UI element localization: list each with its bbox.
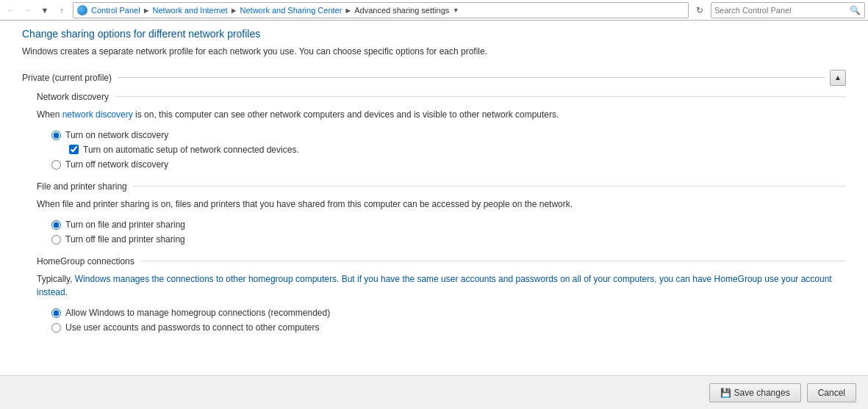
- homegroup-radio-group: Allow Windows to manage homegroup connec…: [51, 308, 846, 333]
- search-button[interactable]: 🔍: [848, 4, 861, 17]
- page-title: Change sharing options for different net…: [22, 28, 846, 40]
- nd-on-option[interactable]: Turn on network discovery: [51, 130, 846, 140]
- network-discovery-radio-group: Turn on network discovery Turn on automa…: [51, 130, 846, 170]
- search-box: 🔍: [711, 2, 865, 18]
- private-profile-collapse-btn[interactable]: ▲: [830, 70, 846, 86]
- nd-off-label: Turn off network discovery: [65, 159, 168, 170]
- fps-off-option[interactable]: Turn off file and printer sharing: [51, 234, 846, 245]
- homegroup-connections-section: HomeGroup connections Typically, Windows…: [37, 256, 846, 333]
- breadcrumb-dropdown-btn[interactable]: ▼: [449, 2, 462, 18]
- homegroup-connections-title: HomeGroup connections: [37, 256, 134, 267]
- up-button[interactable]: ↑: [54, 2, 70, 18]
- forward-button[interactable]: →: [20, 2, 36, 18]
- homegroup-connections-header: HomeGroup connections: [37, 256, 846, 267]
- network-discovery-description: When network discovery is on, this compu…: [37, 108, 846, 121]
- back-button[interactable]: ←: [3, 2, 19, 18]
- fps-on-label: Turn on file and printer sharing: [65, 220, 185, 230]
- network-discovery-line: [115, 96, 846, 97]
- breadcrumb-sep-2: ►: [230, 6, 238, 15]
- globe-icon: [77, 5, 87, 15]
- fps-on-radio[interactable]: [51, 220, 61, 230]
- file-printer-radio-group: Turn on file and printer sharing Turn of…: [51, 220, 846, 245]
- nd-on-radio[interactable]: [51, 131, 61, 140]
- file-printer-sharing-header: File and printer sharing: [37, 181, 846, 192]
- fps-off-label: Turn off file and printer sharing: [65, 234, 185, 245]
- hg-windows-option[interactable]: Allow Windows to manage homegroup connec…: [51, 308, 846, 318]
- private-profile-title: Private (current profile): [22, 73, 112, 83]
- fps-on-option[interactable]: Turn on file and printer sharing: [51, 220, 846, 230]
- main-area: Change sharing options for different net…: [0, 21, 868, 375]
- breadcrumb-control-panel[interactable]: Control Panel: [91, 6, 140, 15]
- hg-windows-label: Allow Windows to manage homegroup connec…: [65, 308, 330, 318]
- recent-button[interactable]: ▼: [37, 2, 53, 18]
- hg-user-label: Use user accounts and passwords to conne…: [65, 322, 320, 333]
- private-profile-line: [118, 77, 825, 78]
- content-pane: Change sharing options for different net…: [0, 21, 868, 375]
- cancel-button[interactable]: Cancel: [807, 383, 856, 402]
- nd-off-radio[interactable]: [51, 160, 61, 170]
- file-printer-sharing-section: File and printer sharing When file and p…: [37, 181, 846, 245]
- breadcrumb-network-internet[interactable]: Network and Internet: [153, 6, 228, 15]
- nd-auto-checkbox[interactable]: [69, 145, 79, 154]
- nd-on-label: Turn on network discovery: [65, 130, 168, 140]
- network-discovery-link[interactable]: network discovery: [62, 109, 133, 120]
- bottom-bar: 💾 Save changes Cancel: [0, 375, 868, 409]
- nd-off-option[interactable]: Turn off network discovery: [51, 159, 846, 170]
- breadcrumb-sharing-center[interactable]: Network and Sharing Center: [240, 6, 342, 15]
- page-subtitle: Windows creates a separate network profi…: [22, 46, 846, 58]
- globe-icon-container: [76, 4, 88, 16]
- homegroup-text-highlight: Windows manages the connections to other…: [37, 274, 832, 297]
- nd-auto-checkbox-item: Turn on automatic setup of network conne…: [69, 145, 846, 155]
- hg-user-option[interactable]: Use user accounts and passwords to conne…: [51, 322, 846, 333]
- private-profile-header: Private (current profile) ▲: [22, 70, 846, 86]
- search-input[interactable]: [714, 6, 848, 15]
- network-discovery-section: Network discovery When network discovery…: [37, 92, 846, 170]
- fps-off-radio[interactable]: [51, 235, 61, 245]
- save-icon: 💾: [720, 388, 731, 398]
- breadcrumb-bar: Control Panel ► Network and Internet ► N…: [73, 2, 689, 18]
- private-profile-section: Private (current profile) ▲ Network disc…: [22, 70, 846, 333]
- homegroup-connections-description: Typically, Windows manages the connectio…: [37, 272, 846, 299]
- hg-windows-radio[interactable]: [51, 308, 61, 318]
- homegroup-connections-line: [140, 261, 846, 261]
- refresh-button[interactable]: ↻: [692, 2, 708, 18]
- breadcrumb-sep-3: ►: [344, 6, 352, 15]
- nd-auto-label[interactable]: Turn on automatic setup of network conne…: [83, 145, 299, 155]
- save-button[interactable]: 💾 Save changes: [709, 383, 801, 402]
- breadcrumb-sep-1: ►: [143, 6, 151, 15]
- network-discovery-title: Network discovery: [37, 92, 109, 102]
- file-printer-sharing-description: When file and printer sharing is on, fil…: [37, 198, 846, 211]
- hg-user-radio[interactable]: [51, 323, 61, 333]
- cancel-label: Cancel: [818, 388, 845, 398]
- nav-buttons: ← → ▼ ↑: [3, 2, 70, 18]
- address-bar: ← → ▼ ↑ Control Panel ► Network and Inte…: [0, 0, 868, 21]
- breadcrumb-current: Advanced sharing settings: [354, 6, 449, 15]
- file-printer-sharing-title: File and printer sharing: [37, 181, 127, 192]
- file-printer-sharing-line: [133, 186, 846, 187]
- save-label: Save changes: [734, 388, 790, 398]
- breadcrumb-items: Control Panel ► Network and Internet ► N…: [91, 6, 449, 15]
- network-discovery-header: Network discovery: [37, 92, 846, 102]
